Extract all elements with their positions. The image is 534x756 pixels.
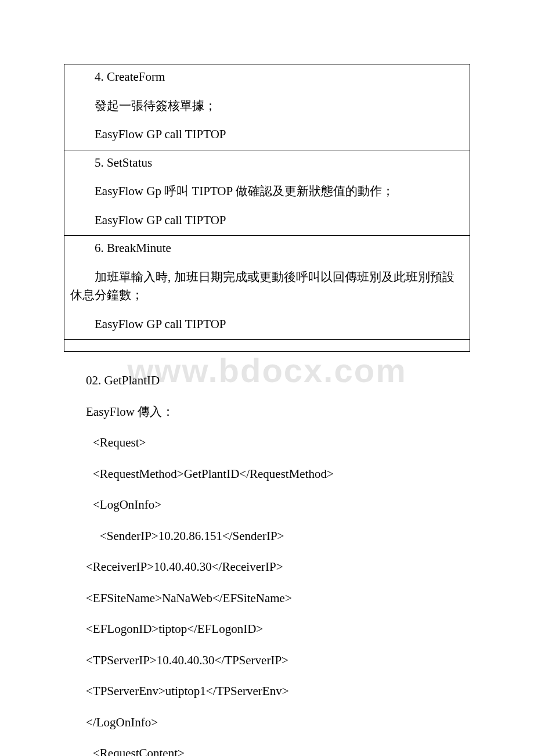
table-row: 5. SetStatus EasyFlow Gp 呼叫 TIPTOP 做確認及更… [64,150,470,236]
cell-line: 加班單輸入時, 加班日期完成或更動後呼叫以回傳班別及此班別預設休息分鐘數； [70,264,464,311]
body-content: 02. GetPlantID EasyFlow 傳入： <Request> <R… [64,366,470,756]
code-line: <LogOnInfo> [86,490,470,521]
table-cell: 4. CreateForm 發起一張待簽核單據； EasyFlow GP cal… [64,64,470,150]
code-line: <TPServerIP>10.40.40.30</TPServerIP> [86,646,470,677]
cell-line: 4. CreateForm [70,64,464,92]
code-line: <TPServerEnv>utiptop1</TPServerEnv> [86,676,470,708]
code-line: <EFLogonID>tiptop</EFLogonID> [86,614,470,646]
cell-line: EasyFlow GP call TIPTOP [70,121,464,150]
section-subheading: EasyFlow 傳入： [86,397,470,429]
cell-line: EasyFlow GP call TIPTOP [70,311,464,340]
cell-line: 發起一張待簽核單據； [70,92,464,121]
table-row: 4. CreateForm 發起一張待簽核單據； EasyFlow GP cal… [64,64,470,150]
table-cell: 5. SetStatus EasyFlow Gp 呼叫 TIPTOP 做確認及更… [64,150,470,236]
table-row: 6. BreakMinute 加班單輸入時, 加班日期完成或更動後呼叫以回傳班別… [64,236,470,340]
cell-line: 6. BreakMinute [70,236,464,264]
code-line: <Request> [86,428,470,459]
code-line: <SenderIP>10.20.86.151</SenderIP> [86,521,470,553]
table-row [64,340,470,352]
methods-table: 4. CreateForm 發起一張待簽核單據； EasyFlow GP cal… [64,64,470,352]
section-heading: 02. GetPlantID [86,366,470,397]
table-cell-empty [64,340,470,352]
table-cell: 6. BreakMinute 加班單輸入時, 加班日期完成或更動後呼叫以回傳班別… [64,236,470,340]
cell-line: EasyFlow Gp 呼叫 TIPTOP 做確認及更新狀態值的動作； [70,178,464,207]
cell-line: EasyFlow GP call TIPTOP [70,207,464,236]
code-line: <RequestMethod>GetPlantID</RequestMethod… [86,459,470,491]
code-line: </LogOnInfo> [86,708,470,739]
cell-line: 5. SetStatus [70,150,464,178]
code-line: <ReceiverIP>10.40.40.30</ReceiverIP> [86,552,470,584]
document-page: 4. CreateForm 發起一張待簽核單據； EasyFlow GP cal… [0,0,534,756]
code-line: <EFSiteName>NaNaWeb</EFSiteName> [86,584,470,615]
code-line: <RequestContent> [86,739,470,756]
